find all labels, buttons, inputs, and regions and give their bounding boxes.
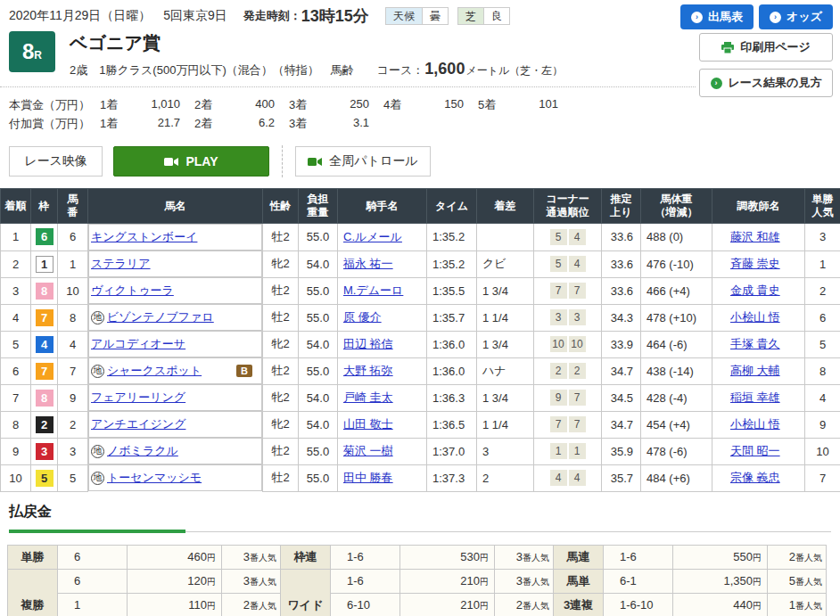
trainer-link[interactable]: 金成 貴史 (730, 283, 780, 297)
jockey-link[interactable]: 田中 勝春 (343, 471, 393, 484)
payout-amount: 1,350円 (673, 569, 768, 593)
payout-favorite: 2番人気 (495, 593, 554, 616)
jockey-link[interactable]: C.ルメール (343, 230, 402, 243)
last-3f-time: 34.7 (602, 411, 641, 438)
prize-rank-label: 1着 (100, 116, 130, 132)
start-time-label: 発走時刻： (243, 8, 301, 24)
corner-position-box: 5 (550, 229, 567, 245)
entries-button[interactable]: › 出馬表 (680, 4, 754, 29)
jockey-link[interactable]: M.デムーロ (343, 283, 403, 297)
trainer-link[interactable]: 天間 昭一 (730, 444, 780, 457)
course-label: コース： (377, 62, 424, 78)
race-video-button[interactable]: レース映像 (9, 146, 103, 177)
corner-position-box: 9 (550, 390, 567, 406)
jockey-link[interactable]: 原 優介 (343, 310, 382, 324)
jockey-cell: 戸崎 圭太 (338, 384, 427, 411)
table-row: 211ステラリア牝254.0福永 祐一1:35.2クビ5433.6476 (-1… (1, 251, 840, 277)
horse-name-link[interactable]: ビゾンテノブファロ (107, 309, 214, 325)
jockey-link[interactable]: 大野 拓弥 (343, 364, 393, 377)
win-favorite-rank: 10 (805, 438, 840, 464)
horse-name-link[interactable]: ヴィクトゥーラ (91, 283, 174, 299)
jockey-link[interactable]: 菊沢 一樹 (343, 444, 393, 457)
horse-name-link[interactable]: アルコディオーサ (91, 336, 185, 352)
payout-row: 枠連1-6530円3番人気 (281, 545, 554, 569)
horse-name-cell: ステラリア (88, 251, 262, 277)
prize-main-values: 1着1,0102着4003着2504着1505着101 (100, 97, 572, 113)
body-weight: 484 (+6) (641, 464, 712, 491)
payout-combination: 1-6 (604, 545, 673, 569)
horse-number: 8 (58, 304, 88, 331)
trainer-link[interactable]: 小桧山 悟 (730, 310, 780, 324)
results-tbody: 166キングストンボーイ牡255.0C.ルメール1:35.25433.6488 … (1, 224, 840, 492)
win-favorite-rank: 9 (805, 411, 840, 438)
prize-pair: 2着400 (194, 97, 289, 113)
frame-cell: 7 (31, 357, 58, 384)
trainer-link[interactable]: 藤沢 和雄 (730, 230, 780, 243)
trainer-link[interactable]: 小桧山 悟 (730, 417, 780, 431)
corner-position-box: 7 (569, 416, 586, 432)
sex-age: 牡2 (263, 304, 299, 331)
win-favorite-rank: 1 (805, 251, 840, 277)
horse-number: 1 (58, 251, 88, 277)
patrol-video-button[interactable]: 全周パトロール (295, 146, 431, 177)
horse-name-link[interactable]: キングストンボーイ (91, 229, 197, 245)
trainer-cell: 藤沢 和雄 (712, 224, 805, 251)
horse-name-link[interactable]: ステラリア (91, 256, 151, 272)
course-distance: 1,600 (424, 60, 465, 78)
race-meta: ベゴニア賞 2歳 1勝クラス(500万円以下)（混合）（特指） 馬齢 コース： … (70, 31, 563, 78)
race-number-unit: R (34, 49, 42, 62)
jockey-link[interactable]: 田辺 裕信 (343, 337, 393, 350)
condition-badges: 天候 曇 芝 良 (385, 7, 510, 25)
results-header-cell: 馬体重 （増減） (641, 189, 712, 224)
corner-positions: 54 (534, 224, 602, 251)
prize-rank-label: 3着 (289, 116, 319, 132)
print-page-button[interactable]: 印刷用ページ (699, 33, 833, 62)
horse-name-link[interactable]: アンチエイジング (91, 416, 185, 432)
payout-tables: 単勝6460円3番人気複勝6120円3番人気1110円2番人気10110円1番人… (0, 532, 840, 616)
horse-name-link[interactable]: シャークスポット (107, 363, 202, 379)
jockey-link[interactable]: 戸崎 圭太 (343, 390, 393, 404)
trainer-link[interactable]: 斉藤 崇史 (730, 257, 780, 270)
result-guide-label: レース結果の見方 (729, 75, 822, 91)
frame-color-badge: 4 (36, 336, 54, 353)
trainer-link[interactable]: 高柳 大輔 (730, 364, 780, 377)
horse-number: 7 (58, 357, 88, 384)
horse-name-link[interactable]: トーセンマッシモ (107, 470, 202, 486)
jockey-link[interactable]: 山田 敬士 (343, 417, 393, 431)
finish-time: 1:36.5 (427, 411, 477, 438)
trainer-cell: 小桧山 悟 (712, 304, 805, 331)
sex-age: 牡2 (263, 464, 299, 491)
trainer-link[interactable]: 手塚 貴久 (730, 337, 780, 350)
prize-rank-label: 2着 (194, 97, 225, 113)
payout-heading: 払戻金 (0, 492, 840, 522)
results-header-cell: 性齢 (263, 189, 299, 224)
frame-cell: 6 (31, 224, 58, 251)
results-header-cell: 推定 上り (602, 189, 641, 224)
horse-name-link[interactable]: ノボミラクル (107, 443, 178, 459)
odds-button[interactable]: › オッズ (759, 4, 833, 29)
corner-positions: 54 (534, 251, 602, 277)
horse-number: 4 (58, 331, 88, 357)
horse-number: 5 (58, 464, 88, 491)
table-row: 933地ノボミラクル牡255.0菊沢 一樹1:37.031135.9478 (-… (1, 438, 840, 464)
top-action-buttons: › 出馬表 › オッズ (680, 4, 833, 29)
jockey-link[interactable]: 福永 祐一 (343, 257, 393, 270)
payout-type-label: 複勝 (8, 569, 58, 616)
margin: 1 3/4 (477, 277, 534, 304)
result-guide-button[interactable]: › レース結果の見方 (699, 69, 833, 97)
horse-name-link[interactable]: フェアリーリング (91, 390, 185, 406)
trainer-link[interactable]: 稲垣 幸雄 (730, 390, 780, 404)
payout-type-label: 3連複 (554, 593, 604, 616)
yen-suffix: 円 (753, 601, 762, 611)
entries-button-label: 出馬表 (708, 9, 743, 25)
corner-positions: 11 (534, 438, 602, 464)
jockey-cell: M.デムーロ (338, 277, 427, 304)
jockey-cell: 大野 拓弥 (338, 357, 427, 384)
play-button[interactable]: PLAY (113, 146, 269, 177)
corner-position-box: 7 (569, 283, 586, 299)
trainer-link[interactable]: 宗像 義忠 (730, 471, 780, 484)
prize-rank-label: 4着 (383, 97, 414, 113)
last-3f-time: 33.9 (602, 331, 641, 357)
payout-favorite: 1番人気 (768, 593, 827, 616)
prize-pair: 3着3.1 (289, 116, 383, 132)
